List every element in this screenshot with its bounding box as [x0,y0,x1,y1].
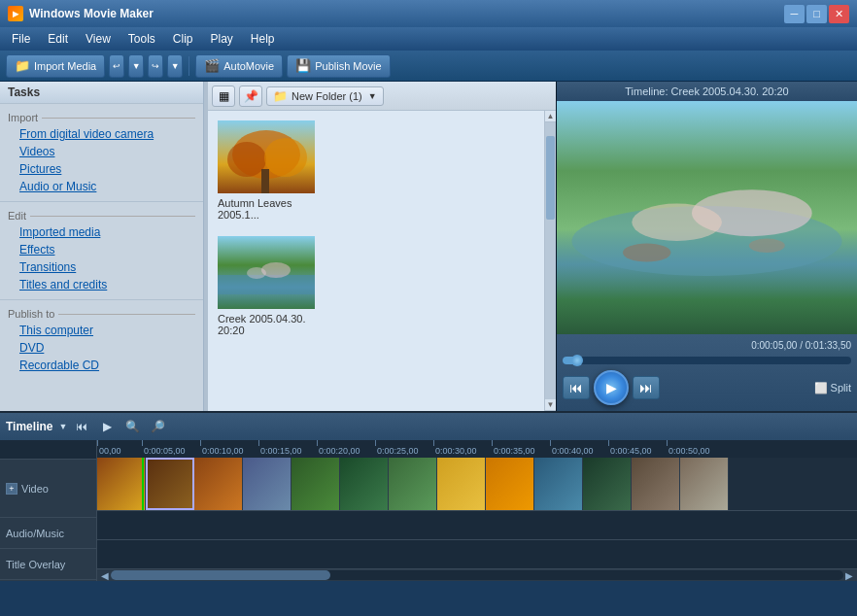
maximize-button[interactable]: □ [806,5,827,23]
scroll-thumb[interactable] [546,136,555,220]
import-media-button[interactable]: 📁 Import Media [6,54,105,78]
media-scrollbar[interactable]: ▲ ▼ [544,111,556,411]
scroll-down-arrow[interactable]: ▼ [545,399,556,411]
media-thumb-creek[interactable] [218,236,315,309]
menu-play[interactable]: Play [203,30,241,48]
timeline-dropdown-arrow: ▼ [58,422,67,431]
sidebar-divider-2 [0,299,203,300]
video-thumb-1[interactable] [97,458,146,510]
timeline-zoom-in[interactable]: 🔍 [121,416,143,437]
scrollbar-right-arrow[interactable]: ▶ [843,570,855,581]
timeline-labels: + Video Audio/Music Title Overlay [0,440,97,581]
menu-help[interactable]: Help [243,30,283,48]
timeline-track-area: 00,00 0:00:05,00 0:00:10,00 0:00:15,00 0… [97,440,857,581]
timeline-start-button[interactable]: ⏮ [71,416,92,437]
video-thumb-13[interactable] [680,458,729,510]
preview-title: Timeline: Creek 2005.04.30. 20:20 [557,82,857,101]
scrollbar-track[interactable] [111,570,843,580]
sidebar-link-titles[interactable]: Titles and credits [8,276,195,293]
video-thumb-5[interactable] [291,458,340,510]
audio-track[interactable] [97,511,857,539]
ruler-mark-3: 0:00:15,00 [258,440,317,458]
automovie-button[interactable]: 🎬 AutoMovie [195,54,283,78]
redo-button[interactable]: ↪ [148,54,163,78]
ruler-mark-7: 0:00:35,00 [492,440,550,458]
media-browser-outer: Autumn Leaves 2005.1... [208,111,556,411]
video-playhead [142,458,144,510]
sidebar-link-camera[interactable]: From digital video camera [8,125,195,143]
undo-dropdown[interactable]: ▼ [128,54,144,78]
ruler-mark-4: 0:00:20,00 [317,440,375,458]
svg-point-8 [247,267,266,279]
preview-progress-thumb[interactable] [571,355,583,366]
sidebar-link-this-computer[interactable]: This computer [8,322,195,339]
video-thumb-7[interactable] [389,458,437,510]
play-button[interactable]: ▶ [594,370,629,405]
title-track[interactable] [97,540,857,568]
video-thumb-6[interactable] [340,458,389,510]
timeline-scrollbar[interactable]: ◀ ▶ [97,568,857,581]
ruler-mark-6: 0:00:30,00 [433,440,492,458]
main-content: Tasks Import From digital video camera V… [0,82,857,411]
ruler-mark-10: 0:00:50,00 [667,440,725,458]
video-thumb-9[interactable] [486,458,534,510]
redo-dropdown[interactable]: ▼ [167,54,183,78]
scrollbar-thumb[interactable] [111,570,330,580]
minimize-button[interactable]: ─ [784,5,805,23]
media-item-autumn[interactable]: Autumn Leaves 2005.1... [218,120,534,221]
sidebar-scroll[interactable]: Import From digital video camera Videos … [0,104,203,411]
sidebar-link-pictures[interactable]: Pictures [8,160,195,178]
sidebar-link-videos[interactable]: Videos [8,143,195,160]
edit-section-header: Edit [8,210,195,222]
undo-button[interactable]: ↩ [109,54,124,78]
preview-progress[interactable] [563,357,851,364]
fast-forward-button[interactable]: ⏭ [633,376,660,399]
video-thumb-10[interactable] [534,458,583,510]
folder-dropdown-arrow: ▼ [368,91,377,101]
pin-button[interactable]: 📌 [239,86,262,107]
video-thumb-3[interactable] [194,458,243,510]
menu-edit[interactable]: Edit [40,30,76,48]
title-bar-left: ▶ Windows Movie Maker [8,6,154,21]
view-thumbnails-button[interactable]: ▦ [212,86,235,107]
sidebar-title: Tasks [0,82,203,104]
timeline-zoom-out[interactable]: 🔎 [147,416,168,437]
menu-file[interactable]: File [4,30,38,48]
scroll-track[interactable] [545,122,556,399]
video-expand-button[interactable]: + [6,483,17,495]
folder-icon: 📁 [273,89,288,103]
toolbar-separator [189,56,189,76]
menu-clip[interactable]: Clip [165,30,201,48]
scrollbar-left-arrow[interactable]: ◀ [99,570,111,581]
sidebar-link-effects[interactable]: Effects [8,241,195,258]
autumn-label: Autumn Leaves 2005.1... [218,197,315,221]
svg-point-14 [749,239,785,253]
app-title: Windows Movie Maker [29,7,154,20]
svg-point-2 [227,142,266,177]
close-button[interactable]: ✕ [829,5,849,23]
scroll-up-arrow[interactable]: ▲ [545,111,556,122]
timeline-video-label: + Video [0,460,96,518]
menu-view[interactable]: View [78,30,119,48]
video-track[interactable] [97,458,857,511]
sidebar-link-recordable-cd[interactable]: Recordable CD [8,357,195,374]
sidebar-link-dvd[interactable]: DVD [8,339,195,357]
publish-movie-button[interactable]: 💾 Publish Movie [287,54,390,78]
sidebar-link-audio[interactable]: Audio or Music [8,178,195,195]
video-thumb-8[interactable] [437,458,486,510]
folder-dropdown[interactable]: 📁 New Folder (1) ▼ [266,86,384,106]
video-thumb-2[interactable] [146,458,194,510]
media-thumb-autumn[interactable] [218,120,315,193]
window-controls: ─ □ ✕ [784,5,849,23]
split-button[interactable]: ⬜ Split [814,382,851,394]
timeline-play-button[interactable]: ▶ [96,416,118,437]
media-item-creek[interactable]: Creek 2005.04.30. 20:20 [218,236,534,336]
menu-tools[interactable]: Tools [120,30,163,48]
sidebar-link-transitions[interactable]: Transitions [8,258,195,276]
video-thumb-12[interactable] [632,458,680,510]
video-thumb-4[interactable] [243,458,291,510]
video-thumb-11[interactable] [583,458,632,510]
rewind-button[interactable]: ⏮ [563,376,590,399]
sidebar-link-imported-media[interactable]: Imported media [8,223,195,241]
media-scroll-content[interactable]: Autumn Leaves 2005.1... [208,111,544,411]
